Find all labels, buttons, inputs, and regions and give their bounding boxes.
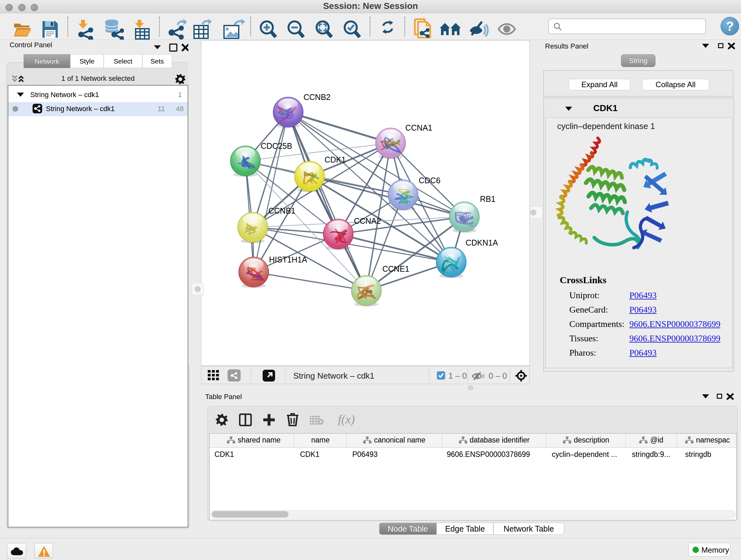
svg-text:CDC6: CDC6 bbox=[419, 176, 441, 185]
svg-text:CDK1: CDK1 bbox=[325, 155, 346, 164]
svg-text:CCNB2: CCNB2 bbox=[304, 92, 331, 102]
svg-text:CCNA2: CCNA2 bbox=[354, 216, 381, 226]
svg-text:CCNE1: CCNE1 bbox=[382, 264, 409, 273]
svg-text:HIST1H1A: HIST1H1A bbox=[269, 255, 307, 264]
svg-text:CCNB1: CCNB1 bbox=[268, 206, 295, 215]
svg-text:CDKN1A: CDKN1A bbox=[466, 238, 498, 247]
svg-text:CDC25B: CDC25B bbox=[261, 141, 292, 150]
svg-text:CCNA1: CCNA1 bbox=[405, 123, 432, 132]
svg-text:RB1: RB1 bbox=[480, 194, 495, 203]
